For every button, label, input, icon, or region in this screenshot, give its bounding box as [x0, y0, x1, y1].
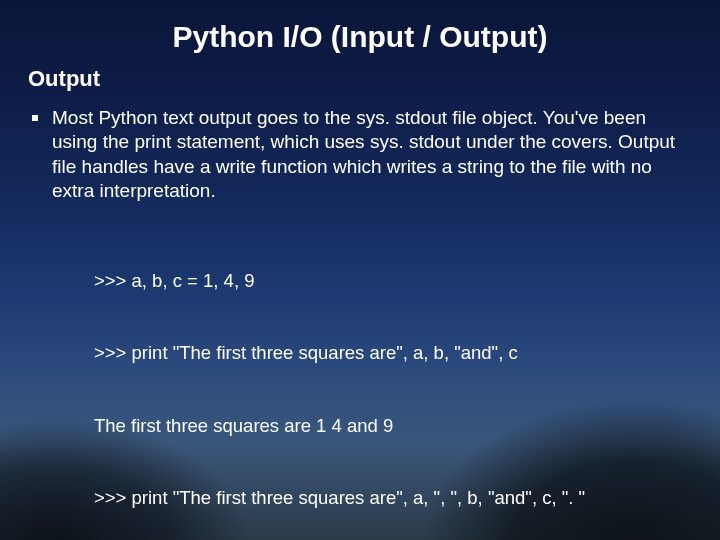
bullet-row: Most Python text output goes to the sys.…: [28, 106, 692, 203]
bullet-text: Most Python text output goes to the sys.…: [52, 106, 692, 203]
code-line: >>> print "The first three squares are",…: [94, 486, 692, 510]
bullet-dot-icon: [32, 115, 38, 121]
section-heading: Output: [28, 66, 692, 92]
code-block: >>> a, b, c = 1, 4, 9 >>> print "The fir…: [94, 221, 692, 540]
code-line: >>> a, b, c = 1, 4, 9: [94, 269, 692, 293]
slide: Python I/O (Input / Output) Output Most …: [0, 0, 720, 540]
code-line: The first three squares are 1 4 and 9: [94, 414, 692, 438]
code-line: >>> print "The first three squares are",…: [94, 341, 692, 365]
slide-title: Python I/O (Input / Output): [28, 20, 692, 54]
